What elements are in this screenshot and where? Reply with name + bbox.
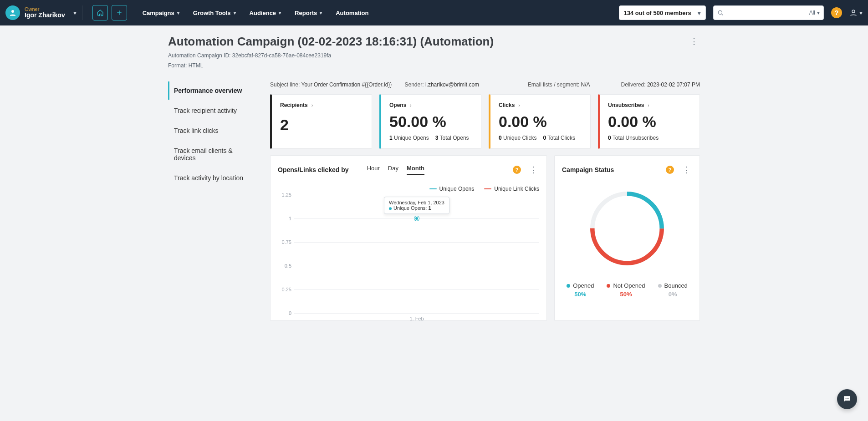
unsub-rate: 0.00 %: [608, 114, 691, 129]
nav-audience[interactable]: Audience▾: [250, 10, 281, 16]
user-menu[interactable]: ▾: [849, 9, 863, 17]
owner-switcher[interactable]: Owner Igor Zharikov ▾: [5, 5, 82, 20]
svg-point-2: [852, 10, 855, 13]
card-recipients[interactable]: Recipients› 2: [270, 94, 372, 149]
panel-help-icon[interactable]: ?: [666, 166, 674, 174]
campaign-id: Automation Campaign ID: 32ebcfaf-827d-ca…: [168, 52, 494, 59]
campaign-info-row: Subject line: Your Order Confirmation #{…: [270, 81, 700, 88]
donut-legend: Opened 50% Not Opened 50% Bounced 0%: [567, 282, 688, 298]
panel-menu[interactable]: ⋮: [527, 163, 539, 177]
tab-link-clicks[interactable]: Track link clicks: [168, 122, 259, 140]
format-line: Format: HTML: [168, 62, 494, 69]
svg-point-1: [718, 10, 722, 14]
members-counter[interactable]: 134 out of 500 members▾: [619, 5, 706, 20]
nav-campaigns[interactable]: Campaigns▾: [143, 10, 179, 16]
chevron-right-icon: ›: [518, 103, 520, 108]
opens-line-chart: 00.250.50.7511.251. FebWednesday, Feb 1,…: [278, 195, 539, 313]
panel-campaign-status: Campaign Status ? ⋮: [554, 155, 700, 321]
page-title: Automation Campaign (02-02-2023 18:16:31…: [168, 35, 494, 49]
card-unsubscribes[interactable]: Unsubscribes› 0.00 % 0 Total Unsubscribe…: [598, 94, 700, 149]
nav-growth-tools[interactable]: Growth Tools▾: [193, 10, 236, 16]
global-search[interactable]: All▾: [713, 5, 824, 20]
create-button[interactable]: [112, 5, 127, 20]
tab-recipient-activity[interactable]: Track recipient activity: [168, 101, 259, 120]
report-tabs: Performance overview Track recipient act…: [168, 81, 259, 321]
panel-title: Opens/Links clicked by: [278, 166, 349, 173]
chevron-right-icon: ›: [648, 103, 649, 108]
time-tab-day[interactable]: Day: [388, 165, 398, 175]
chevron-right-icon: ›: [311, 103, 313, 108]
home-button[interactable]: [92, 5, 108, 20]
nav-automation[interactable]: Automation: [336, 10, 368, 16]
search-icon: [717, 10, 724, 16]
owner-name: Igor Zharikov: [25, 12, 65, 19]
nav-reports[interactable]: Reports▾: [295, 10, 322, 16]
main-nav: Campaigns▾ Growth Tools▾ Audience▾ Repor…: [143, 10, 369, 16]
panel-menu[interactable]: ⋮: [680, 163, 692, 177]
chart-legend: Unique Opens Unique Link Clicks: [278, 186, 539, 192]
tab-performance-overview[interactable]: Performance overview: [168, 81, 259, 100]
time-tab-month[interactable]: Month: [407, 165, 424, 175]
avatar: [5, 5, 20, 20]
tab-by-location[interactable]: Track activity by location: [168, 169, 259, 187]
chevron-down-icon: ▾: [73, 9, 77, 16]
svg-point-0: [11, 10, 14, 13]
top-nav: Owner Igor Zharikov ▾ Campaigns▾ Growth …: [0, 0, 868, 25]
panel-help-icon[interactable]: ?: [513, 166, 521, 174]
status-donut-chart: [582, 183, 673, 274]
card-opens[interactable]: Opens› 50.00 % 1 Unique Opens 3 Total Op…: [379, 94, 481, 149]
opens-rate: 50.00 %: [389, 114, 473, 129]
chevron-right-icon: ›: [410, 103, 411, 108]
search-input[interactable]: [727, 9, 806, 17]
recipients-value: 2: [280, 117, 363, 132]
clicks-rate: 0.00 %: [499, 114, 582, 129]
page-actions-menu[interactable]: ⋮: [688, 35, 700, 48]
time-tab-hour[interactable]: Hour: [367, 165, 380, 175]
panel-opens-links: Opens/Links clicked by Hour Day Month ? …: [270, 155, 547, 321]
tab-email-clients[interactable]: Track email clients & devices: [168, 142, 259, 167]
card-clicks[interactable]: Clicks› 0.00 % 0 Unique Clicks 0 Total C…: [489, 94, 591, 149]
help-button[interactable]: ?: [831, 7, 842, 18]
search-scope[interactable]: All▾: [809, 10, 820, 16]
